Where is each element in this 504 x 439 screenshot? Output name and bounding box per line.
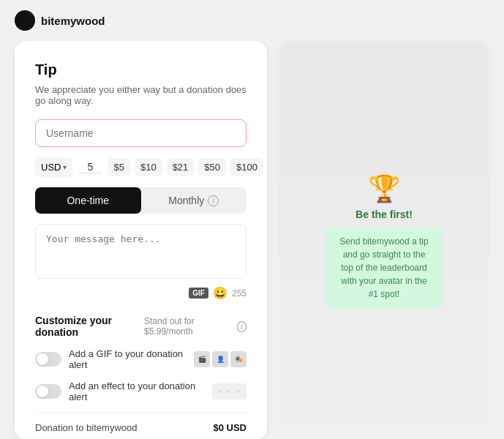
brand-logo [15, 10, 35, 31]
message-textarea[interactable] [35, 224, 247, 279]
amount-10-button[interactable]: $10 [135, 158, 162, 176]
emoji-icon[interactable]: 😀 [213, 286, 227, 300]
gif-label: Add a GIF to your donation alert [69, 348, 194, 370]
gif-button[interactable]: GIF [189, 288, 208, 299]
char-count: 255 [232, 288, 247, 299]
payment-type-tabs: One-time Monthly i [35, 187, 247, 214]
donation-label: Donation to bitemywood [35, 422, 137, 433]
brand-name: bitemywood [41, 15, 105, 27]
currency-select[interactable]: USD ▾ [35, 157, 72, 177]
donation-amount: $0 USD [213, 422, 247, 433]
amount-100-button[interactable]: $100 [230, 158, 263, 176]
tip-title: Tip [35, 61, 247, 78]
amount-5-button[interactable]: $5 [108, 158, 129, 176]
toggle-knob-2 [37, 386, 48, 397]
effect-dots-icon: · · · [217, 385, 241, 398]
header: bitemywood [0, 0, 504, 41]
customize-header: Customize your donation Stand out for $5… [35, 315, 247, 338]
effect-alert-row: Add an effect to your donation alert · ·… [35, 380, 247, 402]
effect-label: Add an effect to your donation alert [69, 380, 212, 402]
gif-toggle[interactable] [35, 352, 61, 367]
customize-title: Customize your donation [35, 315, 144, 338]
info-icon: i [208, 195, 219, 206]
donation-total: Donation to bitemywood $0 USD [35, 413, 247, 439]
effect-toggle[interactable] [35, 384, 61, 399]
custom-amount-input[interactable] [78, 161, 102, 173]
message-actions: GIF 😀 255 [35, 286, 247, 300]
gif-alert-left: Add a GIF to your donation alert [35, 348, 194, 370]
tab-monthly[interactable]: Monthly i [141, 187, 247, 214]
tip-card: Tip We appreciate you either way but a d… [15, 41, 267, 439]
amount-21-button[interactable]: $21 [167, 158, 195, 176]
effect-preview: · · · [212, 383, 247, 399]
stand-out-label: Stand out for $5.99/month i [144, 316, 247, 337]
effect-alert-left: Add an effect to your donation alert [35, 380, 212, 402]
be-first-text: Be the first! [326, 209, 443, 220]
gif-preview: 🎬 👤 🎭 [194, 351, 247, 367]
chevron-down-icon: ▾ [63, 163, 67, 171]
toggle-knob [37, 353, 48, 365]
currency-label: USD [41, 162, 61, 173]
username-input[interactable] [35, 119, 247, 147]
main-layout: Tip We appreciate you either way but a d… [0, 41, 504, 439]
gif-thumb-1: 🎬 [194, 351, 210, 367]
amount-buttons: $5 $10 $21 $50 $100 [108, 158, 263, 176]
right-panel: 🏆 Be the first! Send bitemywood a tip an… [279, 41, 489, 439]
amount-50-button[interactable]: $50 [198, 158, 226, 176]
leaderboard-callout: 🏆 Be the first! Send bitemywood a tip an… [311, 159, 457, 323]
amount-row: USD ▾ $5 $10 $21 $50 $100 [35, 157, 247, 177]
tip-subtitle: We appreciate you either way but a donat… [35, 84, 247, 106]
gif-alert-row: Add a GIF to your donation alert 🎬 👤 🎭 [35, 348, 247, 370]
tab-onetime[interactable]: One-time [35, 187, 141, 214]
trophy-icon: 🏆 [326, 173, 443, 204]
stand-out-info-icon: i [237, 321, 247, 332]
gif-thumb-3: 🎭 [230, 351, 247, 367]
leaderboard-description: Send bitemywood a tip and go straight to… [326, 228, 443, 308]
gif-thumb-2: 👤 [212, 351, 228, 367]
